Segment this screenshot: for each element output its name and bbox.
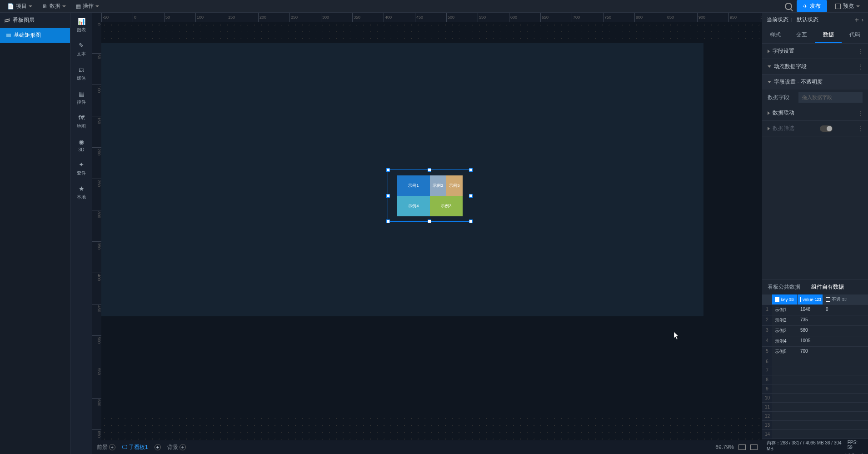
cell-opacity[interactable] (823, 347, 868, 357)
treemap-chart[interactable]: 示例1 示例2 示例5 示例4 示例3 (397, 175, 463, 216)
table-row[interactable]: 5示例5700 (762, 346, 868, 357)
tool-media[interactable]: 🗂媒体 (77, 65, 86, 81)
cell-value[interactable] (798, 366, 823, 375)
cell-opacity[interactable] (823, 375, 868, 384)
add-back-icon[interactable]: + (180, 444, 186, 450)
cell-value[interactable]: 700 (798, 347, 823, 357)
tab-code[interactable]: 代码 (842, 27, 868, 43)
tool-chart[interactable]: 📊图表 (77, 17, 86, 33)
section-linkage[interactable]: 数据联动 ⋮ (762, 105, 868, 121)
drop-zone[interactable]: 拖入数据字段 (798, 92, 863, 103)
tool-kit[interactable]: ✦套件 (77, 160, 86, 176)
cell-key[interactable] (772, 403, 798, 411)
table-row[interactable]: 3示例3580 (762, 325, 868, 336)
section-dynamic-fields[interactable]: 动态数据字段 ⋮ (762, 59, 868, 75)
tab-subboard[interactable]: 🖵 子看板1 (122, 444, 148, 451)
cell-value[interactable] (798, 384, 823, 393)
tab-background[interactable]: 背景 + (167, 444, 186, 451)
publish-button[interactable]: ✈ 发布 (797, 0, 827, 12)
fit-screen-icon[interactable] (738, 444, 746, 450)
cell-value[interactable] (798, 375, 823, 384)
data-tab-public[interactable]: 看板公共数据 (762, 279, 806, 294)
actual-size-icon[interactable] (750, 444, 758, 450)
tool-control[interactable]: ▦控件 (77, 90, 86, 105)
cell-key[interactable] (772, 394, 798, 402)
cell-key[interactable] (772, 357, 798, 366)
cell-value[interactable]: 1005 (798, 336, 823, 346)
resize-handle-tl[interactable] (386, 168, 390, 172)
table-row[interactable]: 2示例2735 (762, 315, 868, 325)
preview-button[interactable]: 预览 (832, 0, 863, 12)
resize-handle-ml[interactable] (386, 194, 390, 198)
subsection-opacity[interactable]: 字段设置 - 不透明度 (762, 75, 868, 90)
cell-opacity[interactable]: 0 (823, 305, 868, 315)
cell-opacity[interactable] (823, 403, 868, 411)
tool-text[interactable]: ✎文本 (77, 41, 86, 57)
add-state-button[interactable]: + (855, 16, 859, 24)
table-row[interactable]: 14 (762, 429, 868, 439)
cell-value[interactable] (798, 421, 823, 429)
tool-local[interactable]: ★本地 (77, 185, 86, 200)
grid-header-value[interactable]: value123 (798, 294, 823, 304)
cell-key[interactable] (772, 421, 798, 429)
layers-header[interactable]: 看板图层 (0, 13, 70, 28)
data-tab-own[interactable]: 组件自有数据 (806, 279, 849, 294)
tab-interact[interactable]: 交互 (788, 27, 815, 43)
cell-value[interactable] (798, 357, 823, 366)
resize-handle-tr[interactable] (469, 168, 473, 172)
cell-opacity[interactable] (823, 421, 868, 429)
more-icon[interactable]: ⋮ (858, 48, 863, 55)
cell-key[interactable] (772, 384, 798, 393)
cell-opacity[interactable] (823, 315, 868, 325)
tool-map[interactable]: 🗺地图 (77, 114, 86, 130)
tab-foreground[interactable]: 前景 + (97, 444, 115, 451)
cell-value[interactable]: 580 (798, 326, 823, 336)
cell-opacity[interactable] (823, 412, 868, 420)
menu-data[interactable]: 🗎 数据 (40, 0, 69, 12)
table-row[interactable]: 9 (762, 384, 868, 393)
grid-header-key[interactable]: keyStr (772, 294, 798, 304)
layer-item-selected[interactable]: 基础矩形图 (0, 28, 70, 43)
cell-value[interactable] (798, 412, 823, 420)
section-field-settings[interactable]: 字段设置 ⋮ (762, 44, 868, 59)
grid-header-opacity[interactable]: 不透Str (823, 294, 868, 304)
table-row[interactable]: 1示例110480 (762, 304, 868, 315)
cell-key[interactable]: 示例1 (772, 305, 798, 315)
tool-3d[interactable]: ◉3D (77, 138, 85, 152)
cell-opacity[interactable] (823, 394, 868, 402)
cell-value[interactable] (798, 430, 823, 439)
cell-key[interactable]: 示例5 (772, 347, 798, 357)
table-row[interactable]: 12 (762, 411, 868, 420)
more-icon[interactable]: ⋮ (858, 125, 863, 132)
add-tab-button[interactable]: + (155, 444, 161, 450)
resize-handle-bl[interactable] (386, 220, 390, 223)
tab-data[interactable]: 数据 (815, 27, 842, 43)
menu-project[interactable]: 📄 项目 (5, 0, 35, 12)
add-fore-icon[interactable]: + (109, 444, 115, 450)
cell-key[interactable]: 示例4 (772, 336, 798, 346)
table-row[interactable]: 8 (762, 375, 868, 384)
table-row[interactable]: 7 (762, 366, 868, 375)
canvas-area[interactable]: -500501001502002503003504004505005506006… (92, 13, 762, 454)
section-filter[interactable]: 数据筛选 ⋮ (762, 121, 868, 136)
cell-opacity[interactable] (823, 384, 868, 393)
cell-key[interactable] (772, 430, 798, 439)
cell-key[interactable] (772, 366, 798, 375)
state-next-icon[interactable]: › (862, 17, 863, 23)
cell-opacity[interactable] (823, 336, 868, 346)
filter-toggle[interactable] (820, 125, 833, 132)
table-row[interactable]: 10 (762, 393, 868, 402)
resize-handle-bm[interactable] (428, 220, 431, 223)
table-row[interactable]: 13 (762, 420, 868, 429)
table-row[interactable]: 11 (762, 402, 868, 411)
menu-actions[interactable]: ▦ 操作 (73, 0, 102, 12)
resize-handle-br[interactable] (469, 220, 473, 223)
resize-handle-mr[interactable] (469, 194, 473, 198)
cell-value[interactable] (798, 403, 823, 411)
more-icon[interactable]: ⋮ (858, 110, 863, 116)
resize-handle-tm[interactable] (428, 168, 431, 172)
cell-value[interactable]: 1048 (798, 305, 823, 315)
cell-opacity[interactable] (823, 366, 868, 375)
cell-key[interactable] (772, 375, 798, 384)
cell-opacity[interactable] (823, 357, 868, 366)
